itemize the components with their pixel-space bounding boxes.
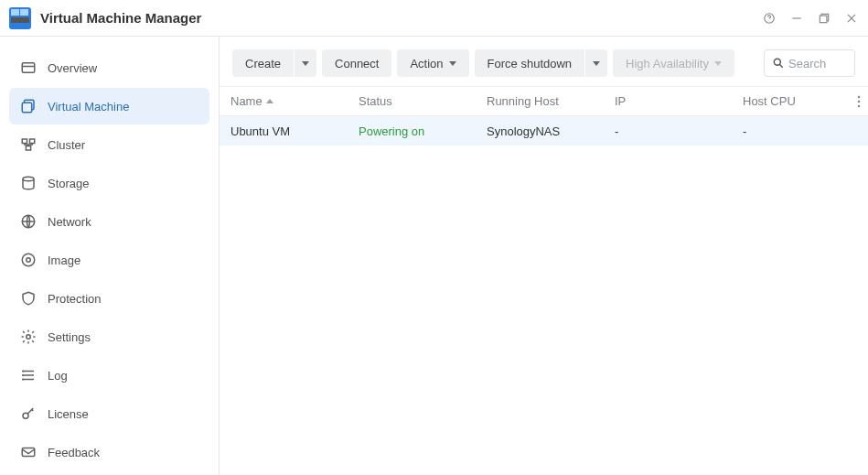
window-controls — [762, 11, 859, 26]
sidebar-item-network[interactable]: Network — [9, 203, 209, 240]
vm-table: Name Status Running Host IP Host CPU Ubu… — [220, 86, 868, 146]
vm-status: Powering on — [348, 124, 476, 138]
svg-rect-11 — [22, 103, 32, 113]
high-availability-label: High Availability — [626, 57, 709, 70]
sidebar-item-cluster[interactable]: Cluster — [9, 126, 209, 163]
sidebar-item-label: Cluster — [48, 138, 85, 152]
sidebar-item-image[interactable]: Image — [9, 242, 209, 278]
create-button[interactable]: Create — [232, 49, 294, 77]
sidebar-item-license[interactable]: License — [9, 395, 209, 432]
create-button-group: Create — [232, 49, 316, 77]
sidebar-item-label: Storage — [48, 177, 90, 190]
more-vertical-icon — [857, 95, 861, 108]
search-icon — [772, 57, 785, 70]
svg-point-17 — [22, 254, 35, 266]
vm-host: SynologyNAS — [476, 124, 604, 138]
svg-point-1 — [769, 20, 770, 21]
vm-ip: - — [604, 124, 732, 138]
help-icon[interactable] — [762, 11, 777, 26]
svg-point-18 — [27, 258, 31, 263]
overview-icon — [20, 59, 37, 76]
chevron-down-icon — [714, 61, 722, 66]
sidebar-item-label: Virtual Machine — [48, 100, 129, 113]
action-button[interactable]: Action — [397, 49, 468, 77]
search-box[interactable] — [764, 49, 855, 77]
sidebar-item-label: Feedback — [48, 446, 100, 459]
column-header-name[interactable]: Name — [220, 94, 348, 108]
table-header: Name Status Running Host IP Host CPU — [220, 87, 868, 116]
sidebar-item-label: Network — [48, 215, 91, 229]
vm-name: Ubuntu VM — [220, 124, 348, 138]
sidebar-item-log[interactable]: Log — [9, 357, 209, 394]
vm-cpu: - — [732, 124, 846, 138]
svg-point-32 — [858, 104, 861, 107]
sidebar-item-label: Overview — [48, 61, 97, 75]
search-input[interactable] — [788, 57, 843, 70]
network-icon — [20, 213, 37, 230]
svg-point-24 — [23, 375, 24, 376]
svg-point-25 — [23, 379, 24, 380]
column-menu-button[interactable] — [846, 95, 868, 108]
svg-point-26 — [23, 413, 28, 418]
svg-point-19 — [27, 335, 31, 340]
image-icon — [20, 252, 37, 268]
virtual-machine-icon — [20, 98, 37, 114]
svg-point-28 — [774, 59, 780, 65]
action-label: Action — [410, 57, 443, 70]
svg-point-30 — [858, 95, 861, 98]
svg-rect-13 — [30, 139, 35, 144]
connect-button[interactable]: Connect — [322, 49, 391, 77]
sidebar-item-overview[interactable]: Overview — [9, 49, 209, 86]
sidebar-item-label: License — [48, 407, 89, 421]
shield-icon — [20, 290, 37, 307]
svg-point-31 — [858, 100, 861, 103]
key-icon — [20, 405, 37, 422]
sidebar-item-feedback[interactable]: Feedback — [9, 434, 209, 470]
minimize-icon[interactable] — [789, 11, 804, 26]
window-title: Virtual Machine Manager — [40, 10, 201, 26]
column-header-host[interactable]: Running Host — [476, 94, 604, 108]
sidebar-item-protection[interactable]: Protection — [9, 280, 209, 317]
sidebar-item-label: Protection — [48, 292, 102, 306]
cluster-icon — [20, 136, 37, 153]
maximize-icon[interactable] — [817, 11, 831, 26]
toolbar: Create Connect Action Force shutdown Hig… — [220, 37, 868, 86]
chevron-down-icon — [593, 61, 600, 66]
force-shutdown-button-group: Force shutdown — [475, 49, 608, 77]
force-shutdown-button[interactable]: Force shutdown — [475, 49, 585, 77]
svg-rect-12 — [22, 139, 27, 144]
sort-asc-icon — [266, 99, 273, 103]
gear-icon — [20, 329, 37, 345]
sidebar-item-settings[interactable]: Settings — [9, 318, 209, 355]
svg-rect-27 — [22, 448, 35, 457]
svg-point-15 — [23, 177, 34, 181]
svg-rect-14 — [26, 146, 30, 151]
titlebar: Virtual Machine Manager — [0, 0, 868, 37]
close-icon[interactable] — [844, 11, 859, 26]
column-header-ip[interactable]: IP — [604, 94, 732, 108]
svg-rect-4 — [820, 16, 827, 23]
sidebar-item-label: Settings — [48, 330, 91, 344]
high-availability-button: High Availability — [613, 49, 734, 77]
svg-rect-7 — [22, 63, 35, 73]
table-row[interactable]: Ubuntu VM Powering on SynologyNAS - - — [220, 116, 868, 146]
sidebar-item-label: Log — [48, 369, 68, 383]
mail-icon — [20, 444, 37, 460]
create-dropdown-button[interactable] — [295, 49, 316, 77]
sidebar: Overview Virtual Machine Cluster Storage… — [0, 37, 220, 475]
main: Create Connect Action Force shutdown Hig… — [220, 37, 868, 475]
svg-line-29 — [779, 64, 782, 67]
column-header-status[interactable]: Status — [348, 94, 476, 108]
column-header-cpu[interactable]: Host CPU — [732, 94, 846, 108]
chevron-down-icon — [449, 61, 456, 66]
svg-point-23 — [23, 371, 24, 372]
app-icon — [9, 7, 31, 29]
sidebar-item-label: Image — [48, 254, 80, 267]
sidebar-item-virtual-machine[interactable]: Virtual Machine — [9, 88, 209, 124]
chevron-down-icon — [302, 61, 309, 66]
force-shutdown-dropdown-button[interactable] — [585, 49, 607, 77]
log-icon — [20, 367, 37, 383]
storage-icon — [20, 175, 37, 191]
sidebar-item-storage[interactable]: Storage — [9, 165, 209, 201]
